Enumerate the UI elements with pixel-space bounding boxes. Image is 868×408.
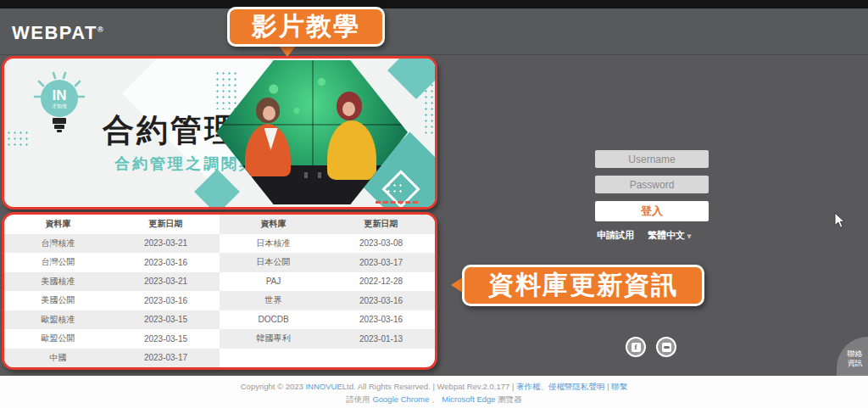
video-wall-seam: [312, 60, 314, 167]
table-row: 日本核准2023-03-08: [220, 234, 435, 254]
table-cell: 2023-03-21: [112, 238, 220, 248]
table-row: 台灣核准2023-03-21: [4, 234, 220, 254]
webpat-logo[interactable]: WEBPAT®: [12, 22, 104, 44]
chevron-down-icon: ▿: [687, 232, 691, 240]
callout-arrow-left: [451, 277, 463, 293]
table-cell: 2023-03-16: [112, 296, 220, 305]
table-cell: 中國: [4, 352, 112, 364]
table-row: 中國2023-03-17: [4, 349, 220, 368]
contact-tab-line2: 資訊: [848, 359, 863, 368]
footer-link[interactable]: 聯繫: [611, 382, 627, 391]
footer-text: 請使用: [346, 394, 372, 404]
dot-grid-decoration: [423, 82, 435, 135]
table-row: 美國公開2023-03-16: [4, 291, 220, 310]
table-cell: 日本核准: [220, 238, 327, 249]
header: WEBPAT®: [0, 8, 868, 55]
contact-tab-line1: 聯絡: [848, 349, 863, 359]
social-icons: f: [626, 337, 676, 357]
table-cell: 美國核准: [4, 276, 112, 288]
line-glyph: [662, 343, 671, 352]
dot-grid-decoration: [214, 70, 238, 109]
table-row: 資料庫更新日期: [220, 215, 435, 234]
table-cell: 2023-03-16: [327, 315, 435, 324]
table-row: 韓國專利2023-01-13: [220, 329, 435, 349]
contact-info-tab[interactable]: 聯絡 資訊: [837, 337, 868, 376]
white-dot-grid-decoration: [386, 182, 404, 196]
main-area: IN 才知道 合約管理精髓 合約管理之調閱與追蹤的始末: [0, 55, 868, 376]
db-update-callout: 資料庫更新資訊: [462, 265, 704, 306]
teal-diamond-decoration: [194, 169, 240, 207]
line-icon[interactable]: [656, 337, 676, 357]
table-cell: 台灣公開: [4, 256, 112, 268]
password-input[interactable]: [595, 176, 709, 193]
table-cell: 2023-03-17: [327, 258, 435, 267]
tables-container: 資料庫更新日期台灣核准2023-03-21台灣公開2023-03-16美國核准2…: [4, 215, 435, 367]
cabinet-handle: [318, 172, 321, 178]
table-cell: 更新日期: [112, 218, 220, 230]
table-cell: 台灣核准: [4, 238, 112, 249]
table-cell: 2023-03-15: [112, 334, 220, 344]
table-cell: 2023-03-16: [112, 258, 220, 267]
banner-inner: IN 才知道 合約管理精髓 合約管理之調閱與追蹤的始末: [4, 59, 435, 207]
table-row: PAJ2022-12-28: [220, 272, 435, 292]
lightbulb-icon: IN 才知道: [28, 69, 91, 138]
database-update-table: 資料庫更新日期台灣核准2023-03-21台灣公開2023-03-16美國核准2…: [2, 212, 437, 370]
facebook-glyph: f: [632, 343, 641, 352]
table-cell: DOCDB: [220, 315, 327, 324]
table-right: 資料庫更新日期日本核准2023-03-08日本公開2023-03-17PAJ20…: [220, 215, 435, 367]
table-row: DOCDB2023-03-16: [220, 310, 435, 330]
table-cell: 歐盟核准: [4, 314, 112, 326]
apply-trial-link[interactable]: 申請試用: [597, 229, 634, 242]
video-banner[interactable]: IN 才知道 合約管理精髓 合約管理之調閱與追蹤的始末: [2, 56, 437, 210]
footer-line1: Copyright © 2023 INNOVUELtd. All Rights …: [0, 382, 868, 393]
logo-text: WEBPAT: [12, 22, 97, 43]
footer-text: 、: [429, 394, 442, 404]
cabinet-handle: [304, 172, 308, 178]
login-button[interactable]: 登入: [595, 201, 709, 221]
table-cell: 2022-12-28: [327, 277, 435, 286]
table-cell: 資料庫: [220, 218, 327, 230]
table-cell: 韓國專利: [220, 333, 327, 344]
top-black-bar: [0, 0, 868, 8]
login-links: 申請試用 繁體中文 ▿: [595, 229, 709, 242]
table-cell: 更新日期: [327, 218, 435, 230]
table-cell: 2023-01-13: [327, 334, 435, 344]
mouse-cursor: [834, 212, 846, 229]
table-cell: 美國公開: [4, 294, 112, 306]
table-cell: 2023-03-17: [112, 353, 220, 362]
svg-text:IN: IN: [53, 87, 67, 103]
table-row: [220, 349, 435, 368]
table-cell: 2023-03-16: [327, 296, 435, 305]
svg-text:才知道: 才知道: [52, 103, 67, 109]
webpat-login-page: WEBPAT®: [0, 0, 868, 408]
footer-link[interactable]: INNOVUE: [305, 382, 342, 391]
callout-arrow-down: [279, 46, 296, 57]
footer-link[interactable]: Microsoft Edge: [442, 394, 495, 404]
table-row: 歐盟公開2023-03-15: [4, 329, 220, 349]
table-row: 世界2023-03-16: [220, 291, 435, 310]
facebook-icon[interactable]: f: [626, 337, 646, 357]
footer-line2: 請使用 Google Chrome 、 Microsoft Edge 瀏覽器: [0, 394, 868, 405]
table-cell: 世界: [220, 294, 327, 306]
table-row: 日本公開2023-03-17: [220, 253, 435, 272]
footer-text: 瀏覽器: [496, 394, 522, 404]
footer-text: Ltd. All Rights Reserved. | Webpat Rev.2…: [342, 382, 516, 391]
username-input[interactable]: [595, 150, 709, 168]
language-label: 繁體中文: [648, 230, 685, 240]
table-cell: PAJ: [220, 277, 327, 286]
table-row: 歐盟核准2023-03-15: [4, 310, 220, 330]
registered-mark: ®: [97, 25, 104, 34]
table-left: 資料庫更新日期台灣核准2023-03-21台灣公開2023-03-16美國核准2…: [4, 215, 220, 367]
table-cell: 資料庫: [4, 218, 112, 230]
video-tutorial-callout: 影片教學: [227, 7, 385, 47]
table-row: 台灣公開2023-03-16: [4, 253, 220, 272]
footer-text: Copyright © 2023: [241, 382, 306, 391]
footer-link[interactable]: Google Chrome: [372, 394, 429, 404]
dash-decoration: [376, 201, 418, 204]
table-cell: 2023-03-08: [327, 238, 435, 248]
table-cell: 2023-03-21: [112, 277, 220, 286]
footer-link[interactable]: 著作權、侵權暨隱私聲明: [516, 382, 605, 391]
table-row: 美國核准2023-03-21: [4, 272, 220, 292]
login-form: 登入 申請試用 繁體中文 ▿: [595, 150, 709, 242]
language-dropdown[interactable]: 繁體中文 ▿: [648, 229, 691, 242]
